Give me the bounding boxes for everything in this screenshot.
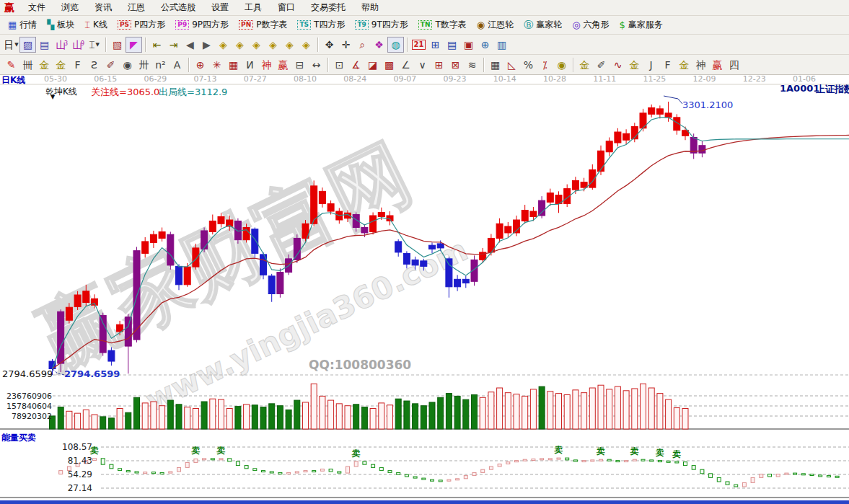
ying-tool-icon[interactable]: 赢 xyxy=(275,57,291,73)
menu-item-0[interactable]: 文件 xyxy=(20,2,53,12)
last-bar-icon[interactable]: ⇥ xyxy=(165,37,182,53)
gold2-icon[interactable]: 金 xyxy=(626,57,643,73)
gann-diamond-in-icon[interactable]: ◈ xyxy=(298,37,314,53)
menu-item-9[interactable]: 帮助 xyxy=(353,2,387,12)
period-day-button-glyph: 日 xyxy=(4,37,14,53)
mind-map-icon[interactable]: ◍ xyxy=(387,37,404,53)
chart-canvas[interactable]: 05-3006-1506-2907-1307-2708-1008-2409-07… xyxy=(0,75,849,501)
shen-tool-icon[interactable]: 神 xyxy=(258,57,275,73)
gann-wheel-button[interactable]: ◉江恩轮 xyxy=(472,17,519,32)
t-square-button[interactable]: TST四方形 xyxy=(292,17,350,32)
hexagon-button[interactable]: ◎六角形 xyxy=(567,17,614,32)
winner-wheel-button[interactable]: Ⓑ赢家轮 xyxy=(519,17,567,32)
j-angle-icon[interactable]: J xyxy=(643,57,659,73)
parallel-lines-icon[interactable]: ≋ xyxy=(464,57,480,73)
first-bar-icon[interactable]: ⇤ xyxy=(149,37,165,53)
menu-item-2[interactable]: 资讯 xyxy=(87,2,120,12)
pen2-icon[interactable]: ✐ xyxy=(102,57,119,73)
shen-angle-icon[interactable]: 神 xyxy=(692,57,709,73)
web-icon[interactable]: ⊕ xyxy=(477,37,493,53)
v-wave-icon[interactable]: ∨ xyxy=(414,57,431,73)
ying-angle-icon[interactable]: 赢 xyxy=(709,57,726,73)
grid-ruler-icon[interactable]: 卌 xyxy=(19,57,36,73)
gold-three-icon[interactable]: 金 xyxy=(576,57,593,73)
menu-item-7[interactable]: 窗口 xyxy=(270,2,303,12)
gold-grid2-icon[interactable]: 金 xyxy=(53,57,69,73)
menu-item-5[interactable]: 设置 xyxy=(203,2,237,12)
box-grid-rays-icon[interactable]: ▩ xyxy=(381,57,397,73)
dense-grid-icon[interactable]: ⊞ xyxy=(431,57,447,73)
hand-tool-icon[interactable]: ✥ xyxy=(321,37,338,53)
next-bar-icon[interactable]: ▶ xyxy=(198,37,215,53)
red-pen-icon[interactable]: ✎ xyxy=(3,57,19,73)
gann-diamond-contract-icon[interactable]: ◈ xyxy=(265,37,281,53)
angle-line-icon[interactable]: ∠ xyxy=(397,57,414,73)
gann-diamond-left-icon[interactable]: ◈ xyxy=(215,37,232,53)
color-levels-icon[interactable]: ◤ xyxy=(126,37,142,53)
t-number-table-button[interactable]: TNT数字表 xyxy=(413,17,472,32)
market-quotes-button[interactable]: ▦行情 xyxy=(3,17,42,32)
percent-triangle-icon[interactable]: ◺ xyxy=(503,57,520,73)
width-arrow-icon[interactable]: ↔ xyxy=(308,57,325,73)
pen-gauge-icon[interactable]: ✐ xyxy=(593,57,610,73)
draw-pattern-icon[interactable]: ▧ xyxy=(109,37,126,53)
sectors-button[interactable]: ▚板块 xyxy=(42,17,79,32)
menu-item-4[interactable]: 公式选股 xyxy=(153,2,203,12)
kline-button[interactable]: ⌶K线 xyxy=(79,17,113,32)
crosshair-tool-icon[interactable]: ✛ xyxy=(338,37,354,53)
grid-ruler2-icon[interactable]: 卅 xyxy=(136,57,152,73)
save-icon[interactable]: ▣ xyxy=(460,37,477,53)
period-day-button[interactable]: 日▼ xyxy=(3,37,19,53)
bars-9-icon[interactable]: 山9 xyxy=(69,37,86,53)
period-label[interactable]: 日K线 xyxy=(1,74,25,87)
fan-rays-icon[interactable]: ∡ xyxy=(348,57,364,73)
indicator-dropdown-arrow[interactable]: ▼ xyxy=(50,94,55,100)
calculator-icon[interactable]: ⊞ xyxy=(427,37,444,53)
box-rays-icon[interactable]: ◪ xyxy=(364,57,381,73)
circle-gauge-icon[interactable]: ◉ xyxy=(119,57,136,73)
9t-square-button[interactable]: T99T四方形 xyxy=(350,17,413,32)
gann-diamond-out-icon[interactable]: ◈ xyxy=(281,37,298,53)
menu-item-1[interactable]: 浏览 xyxy=(53,2,87,12)
remote-desktop-icon[interactable]: ▥ xyxy=(493,37,510,53)
n2-icon[interactable]: n² xyxy=(152,57,169,73)
zoom-tool-icon[interactable]: ⌕ xyxy=(354,37,371,53)
percent-icon[interactable]: % xyxy=(520,57,537,73)
pattern-chart-icon[interactable]: ▨ xyxy=(19,37,36,53)
info-note-icon[interactable]: ▤ xyxy=(36,37,53,53)
a-shape-icon[interactable]: A xyxy=(169,57,185,73)
gold-circle-icon[interactable]: ◉ xyxy=(553,57,570,73)
menu-item-6[interactable]: 工具 xyxy=(237,2,270,12)
k-wave-icon[interactable]: И xyxy=(242,57,258,73)
gold-angle-icon[interactable]: 金 xyxy=(676,57,692,73)
calendar-icon[interactable]: 21 xyxy=(410,37,427,53)
gann-diamond-right-icon[interactable]: ◈ xyxy=(232,37,248,53)
prev-bar-icon[interactable]: ◀ xyxy=(182,37,198,53)
target-icon[interactable]: ⊕ xyxy=(192,57,208,73)
stats-table-icon[interactable]: ▦ xyxy=(487,57,503,73)
bars-3-icon[interactable]: 山3 xyxy=(53,37,69,53)
p-square-button[interactable]: PSP四方形 xyxy=(113,17,170,32)
menu-item-3[interactable]: 江恩 xyxy=(120,2,153,12)
spiral-icon[interactable]: Ƨ xyxy=(86,57,102,73)
9p-square-button[interactable]: P99P四方形 xyxy=(170,17,234,32)
p-number-table-button[interactable]: PNP数字表 xyxy=(234,17,292,32)
gold-grid-icon[interactable]: 金 xyxy=(36,57,53,73)
aa-wave-icon[interactable]: ∿ xyxy=(610,57,626,73)
notebook-icon[interactable]: ▤ xyxy=(444,37,460,53)
volume-bar xyxy=(446,394,452,429)
four-angle-icon[interactable]: 四 xyxy=(726,57,742,73)
ruler-123-icon[interactable]: ⊟ xyxy=(291,57,308,73)
flower-tool-icon[interactable]: ❖ xyxy=(371,37,387,53)
f-grid-icon[interactable]: F xyxy=(69,57,86,73)
grid-target-icon[interactable]: ▦ xyxy=(225,57,242,73)
axis-grid-icon[interactable]: ⊠ xyxy=(447,57,464,73)
box-select-icon[interactable]: ⊡ xyxy=(331,57,348,73)
gann-diamond-expand-icon[interactable]: ◈ xyxy=(248,37,265,53)
candle-style-button[interactable]: ⌶▼ xyxy=(86,37,102,53)
f-angle-icon[interactable]: F xyxy=(659,57,676,73)
winner-service-button[interactable]: $赢家服务 xyxy=(614,17,667,32)
percent-line-icon[interactable]: ⁒ xyxy=(537,57,553,73)
starburst-icon[interactable]: ✳ xyxy=(208,57,225,73)
menu-item-8[interactable]: 交易委托 xyxy=(303,2,353,12)
